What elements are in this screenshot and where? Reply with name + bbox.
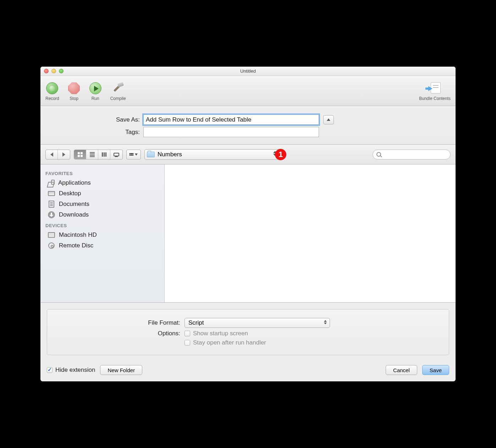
- bottom-bar: Hide extension New Folder Cancel Save: [40, 362, 456, 381]
- new-folder-button[interactable]: New Folder: [100, 365, 142, 375]
- applications-icon: [48, 180, 55, 186]
- stop-label: Stop: [70, 96, 78, 101]
- favorites-header: FAVORITES: [40, 168, 164, 178]
- save-as-input[interactable]: [143, 114, 319, 125]
- sidebar-item-label: Applications: [58, 179, 91, 186]
- file-listing-pane[interactable]: [165, 164, 456, 302]
- cancel-button[interactable]: Cancel: [386, 365, 417, 375]
- titlebar: Untitled: [40, 67, 456, 76]
- downloads-icon: [48, 211, 55, 218]
- record-icon: [46, 82, 58, 94]
- sidebar-item-label: Documents: [59, 201, 89, 208]
- checkbox-icon: [184, 340, 190, 346]
- cancel-label: Cancel: [393, 367, 410, 373]
- file-format-value: Script: [188, 319, 204, 326]
- harddrive-icon: [48, 232, 55, 238]
- bundle-contents-button[interactable]: Bundle Contents: [419, 82, 451, 101]
- sidebar-item-documents[interactable]: Documents: [40, 199, 164, 209]
- tags-label: Tags:: [65, 129, 140, 136]
- sidebar-item-downloads[interactable]: Downloads: [40, 209, 164, 220]
- run-label: Run: [92, 96, 99, 101]
- coverflow-icon: [114, 153, 119, 156]
- play-icon: [89, 82, 101, 94]
- chevron-left-icon: [50, 152, 53, 157]
- file-browser: FAVORITES Applications Desktop Documents…: [40, 164, 456, 303]
- expand-collapse-button[interactable]: [323, 115, 334, 124]
- list-view-button[interactable]: [86, 150, 98, 159]
- run-button[interactable]: Run: [89, 82, 102, 101]
- file-format-label: File Format:: [51, 319, 180, 326]
- save-label: Save: [430, 367, 442, 373]
- hide-extension-label: Hide extension: [55, 366, 95, 374]
- arrange-button[interactable]: [126, 150, 141, 159]
- sidebar: FAVORITES Applications Desktop Documents…: [40, 164, 165, 302]
- compile-label: Compile: [110, 96, 126, 101]
- folder-icon: [147, 152, 155, 157]
- tags-input[interactable]: [143, 127, 319, 137]
- grid-icon: [78, 152, 83, 157]
- sidebar-item-label: Downloads: [59, 211, 89, 218]
- record-label: Record: [45, 96, 59, 101]
- hammer-icon: [112, 82, 124, 94]
- forward-button[interactable]: [58, 150, 70, 159]
- devices-header: DEVICES: [40, 220, 164, 230]
- search-icon: [376, 152, 381, 157]
- option-label: Stay open after run handler: [193, 339, 266, 346]
- search-input[interactable]: [383, 152, 447, 157]
- back-button[interactable]: [46, 150, 58, 159]
- stay-open-checkbox[interactable]: Stay open after run handler: [184, 339, 266, 346]
- sidebar-item-desktop[interactable]: Desktop: [40, 188, 164, 199]
- save-sheet-header: Save As: Tags:: [40, 106, 456, 145]
- options-label: Options:: [51, 330, 180, 337]
- sidebar-item-remote-disc[interactable]: Remote Disc: [40, 240, 164, 251]
- window-title: Untitled: [40, 68, 456, 74]
- browser-nav-toolbar: Numbers 1: [40, 145, 456, 164]
- view-mode-segment: [74, 150, 123, 159]
- list-icon: [90, 152, 95, 157]
- icon-view-button[interactable]: [74, 150, 86, 159]
- checkbox-checked-icon: [47, 367, 53, 373]
- chevron-down-icon: [135, 153, 138, 156]
- sidebar-item-label: Desktop: [59, 190, 81, 197]
- option-label: Show startup screen: [193, 330, 248, 337]
- hide-extension-checkbox[interactable]: Hide extension: [47, 366, 95, 374]
- new-folder-label: New Folder: [108, 367, 135, 373]
- compile-button[interactable]: Compile: [110, 82, 126, 101]
- updown-arrows-icon: [324, 320, 327, 324]
- sidebar-item-label: Macintosh HD: [59, 231, 97, 239]
- bundle-label: Bundle Contents: [419, 96, 451, 101]
- location-popup[interactable]: Numbers: [144, 149, 279, 160]
- record-button[interactable]: Record: [45, 82, 59, 101]
- arrange-icon: [129, 153, 133, 156]
- sidebar-item-macintosh-hd[interactable]: Macintosh HD: [40, 230, 164, 240]
- file-format-popup[interactable]: Script: [184, 318, 330, 328]
- documents-icon: [49, 201, 54, 208]
- stop-icon: [68, 82, 80, 94]
- coverflow-view-button[interactable]: [110, 150, 122, 159]
- chevron-right-icon: [62, 152, 65, 157]
- column-view-button[interactable]: [98, 150, 110, 159]
- save-as-label: Save As:: [65, 116, 140, 123]
- stop-button[interactable]: Stop: [68, 82, 81, 101]
- options-panel: File Format: Script Options: Show startu…: [47, 309, 449, 355]
- columns-icon: [102, 152, 107, 157]
- desktop-icon: [48, 191, 55, 196]
- bundle-icon: [429, 82, 441, 94]
- save-dialog-window: Untitled Record Stop Run Compile Bundle …: [40, 67, 456, 381]
- search-field[interactable]: [373, 150, 451, 159]
- sidebar-item-label: Remote Disc: [59, 242, 93, 249]
- main-toolbar: Record Stop Run Compile Bundle Contents: [40, 76, 456, 106]
- history-nav: [45, 150, 70, 159]
- show-startup-screen-checkbox[interactable]: Show startup screen: [184, 330, 248, 337]
- disc-icon: [48, 242, 55, 249]
- save-button[interactable]: Save: [422, 365, 449, 375]
- checkbox-icon: [184, 331, 190, 336]
- location-label: Numbers: [158, 151, 182, 158]
- chevron-up-icon: [327, 118, 330, 121]
- sidebar-item-applications[interactable]: Applications: [40, 178, 164, 188]
- annotation-badge-1: 1: [275, 149, 286, 160]
